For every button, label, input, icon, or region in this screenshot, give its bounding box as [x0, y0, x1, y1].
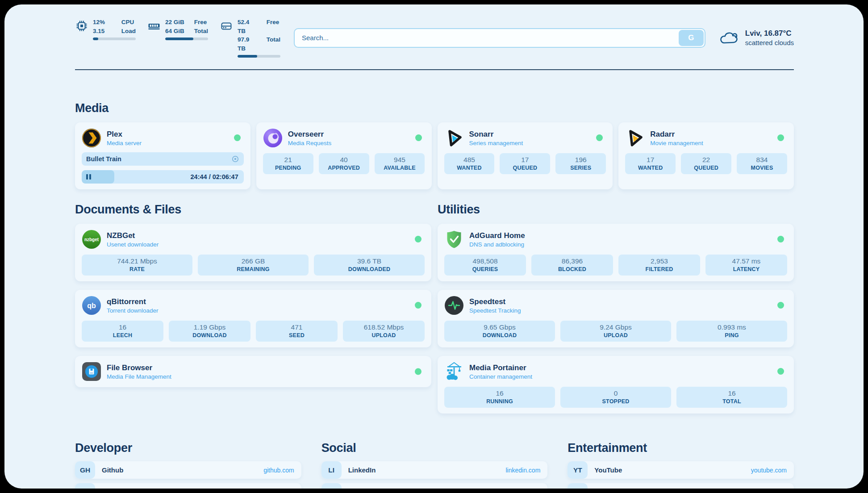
ram-progress-bar — [165, 38, 208, 40]
stat-download: 1.19 Gbps DOWNLOAD — [169, 321, 250, 342]
app-card-overseerr[interactable]: Overseerr Media Requests 21 PENDING 40 A… — [256, 122, 432, 189]
app-card-sonarr[interactable]: Sonarr Series management 485 WANTED 17 Q… — [438, 122, 613, 189]
plex-icon — [82, 128, 101, 148]
app-card-portainer[interactable]: Media Portainer Container management 16 … — [438, 356, 794, 414]
link-abbr: LI — [321, 461, 342, 479]
link-abbr: GH — [75, 461, 95, 479]
header: 12% CPU 3.15 Load — [75, 18, 794, 58]
app-card-radarr[interactable]: Radarr Movie management 17 WANTED 22 QUE… — [618, 122, 794, 189]
adguard-icon — [444, 230, 464, 249]
resource-monitors: 12% CPU 3.15 Load — [75, 18, 280, 58]
app-subtitle: Speedtest Tracking — [469, 307, 521, 314]
social-section: Social LI LinkedIn linkedin.com TW Twitt… — [321, 441, 548, 489]
ram-total-value: 64 GiB — [165, 27, 186, 36]
link-stackoverflow[interactable]: SO StackOverflow stackoverflow.com — [75, 483, 301, 489]
now-playing-title: Bullet Train — [86, 155, 121, 163]
filebrowser-icon — [82, 362, 101, 381]
link-netflix[interactable]: NF Netflix netflix.com — [568, 483, 794, 489]
stat-stopped: 0 STOPPED — [560, 387, 671, 408]
link-abbr: YT — [568, 461, 588, 479]
stat-series: 196 SERIES — [555, 153, 606, 174]
cpu-progress-fill — [93, 38, 98, 40]
link-name: Github — [102, 466, 123, 474]
status-dot — [234, 134, 241, 141]
link-twitter[interactable]: TW Twitter twitter.com — [321, 483, 548, 489]
app-subtitle: Container management — [469, 373, 532, 380]
app-subtitle: Torrent downloader — [107, 307, 159, 314]
stat-remaining: 266 GB REMAINING — [198, 255, 309, 276]
search-engine-button[interactable]: G — [679, 30, 704, 46]
status-dot — [415, 368, 421, 375]
stat-wanted: 485 WANTED — [444, 153, 495, 174]
link-abbr: TW — [321, 483, 342, 489]
app-card-filebrowser[interactable]: File Browser Media File Management — [75, 356, 431, 387]
section-title-social: Social — [321, 441, 548, 455]
link-url: linkedin.com — [506, 467, 541, 474]
now-playing-options-icon[interactable] — [231, 155, 239, 163]
stat-running: 16 RUNNING — [444, 387, 555, 408]
app-card-adguard[interactable]: AdGuard Home DNS and adblocking 498,508 … — [438, 224, 794, 281]
ram-monitor: 22 GiB Free 64 GiB Total — [147, 18, 208, 58]
svg-text:qb: qb — [87, 302, 96, 309]
now-playing-row: Bullet Train — [82, 152, 244, 166]
sonarr-icon — [444, 128, 464, 148]
pause-icon — [86, 174, 91, 180]
disk-progress-bar — [238, 55, 280, 58]
link-url: youtube.com — [751, 467, 787, 474]
disk-progress-fill — [238, 55, 257, 58]
stat-wanted: 17 WANTED — [625, 153, 676, 174]
stat-seed: 471 SEED — [256, 321, 338, 342]
section-title-utilities: Utilities — [438, 203, 794, 217]
app-card-speedtest[interactable]: Speedtest Speedtest Tracking 9.65 Gbps D… — [438, 290, 794, 347]
weather-condition: scattered clouds — [745, 38, 794, 47]
disk-monitor: 52.4 TB Free 97.9 TB Total — [220, 18, 280, 58]
ram-progress-fill — [165, 38, 193, 40]
cpu-progress-bar — [93, 38, 136, 40]
link-youtube[interactable]: YT YouTube youtube.com — [568, 461, 794, 479]
entertainment-section: Entertainment YT YouTube youtube.com NF … — [568, 441, 794, 489]
disk-free-value: 52.4 TB — [238, 18, 259, 35]
app-title: Media Portainer — [469, 363, 532, 372]
nzbget-icon: nzbget — [82, 230, 101, 249]
portainer-icon — [444, 362, 464, 381]
app-subtitle: Media File Management — [107, 373, 171, 380]
stat-total: 16 TOTAL — [676, 387, 787, 408]
cpu-monitor: 12% CPU 3.15 Load — [75, 18, 136, 58]
app-card-plex[interactable]: Plex Media server Bullet Train — [75, 122, 250, 189]
disk-icon — [220, 19, 233, 33]
link-name: YouTube — [594, 466, 622, 474]
link-github[interactable]: GH Github github.com — [75, 461, 301, 479]
stat-queued: 22 QUEUED — [681, 153, 731, 174]
stat-upload: 618.52 Mbps UPLOAD — [343, 321, 425, 342]
link-url: github.com — [263, 467, 294, 474]
cpu-label-top: CPU — [121, 18, 136, 27]
app-subtitle: Usenet downloader — [107, 241, 159, 248]
link-abbr: SO — [75, 483, 95, 489]
cpu-icon — [75, 19, 88, 33]
playback-progress-bar: 24:44 / 02:06:47 — [82, 170, 244, 184]
qbittorrent-icon: qb — [82, 296, 101, 315]
stat-leech: 16 LEECH — [82, 321, 163, 342]
stat-download: 9.65 Gbps DOWNLOAD — [444, 321, 555, 342]
app-title: Speedtest — [469, 297, 521, 306]
stat-pending: 21 PENDING — [263, 153, 313, 174]
ram-label-top: Free — [194, 18, 208, 27]
cpu-label-bottom: Load — [121, 27, 136, 36]
app-card-qbittorrent[interactable]: qb qBittorrent Torrent downloader 16 LEE… — [75, 290, 431, 347]
status-dot — [415, 134, 422, 141]
app-subtitle: DNS and adblocking — [469, 241, 525, 248]
section-title-developer: Developer — [75, 441, 301, 455]
utilities-section: Utilities — [438, 203, 794, 414]
search-input[interactable] — [294, 28, 705, 48]
app-title: Sonarr — [469, 130, 523, 139]
app-subtitle: Media Requests — [288, 140, 332, 146]
weather-widget: Lviv, 16.87°C scattered clouds — [719, 29, 794, 47]
ram-label-bottom: Total — [194, 27, 208, 36]
link-linkedin[interactable]: LI LinkedIn linkedin.com — [321, 461, 548, 479]
stat-latency: 47.57 ms LATENCY — [705, 255, 787, 276]
app-title: Plex — [107, 130, 142, 139]
app-title: File Browser — [107, 363, 171, 372]
app-card-nzbget[interactable]: nzbget NZBGet Usenet downloader 744.21 M… — [75, 224, 431, 281]
disk-label-bottom: Total — [267, 35, 280, 53]
media-section: Media Plex Media server — [75, 101, 794, 189]
